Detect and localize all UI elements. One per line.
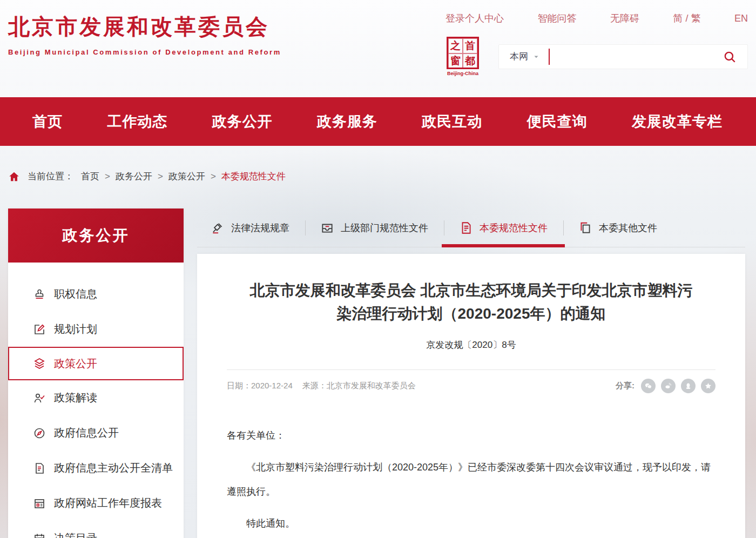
nav-item[interactable]: 发展改革专栏 [632, 112, 723, 131]
sidebar-item[interactable]: 政府信息主动公开全清单 [8, 450, 184, 486]
nav-item[interactable]: 首页 [32, 112, 63, 131]
article-title: 北京市发展和改革委员会 北京市生态环境局关于印发北京市塑料污染治理行动计划（20… [245, 279, 698, 326]
sidebar-title: 政务公开 [63, 225, 130, 246]
tab[interactable]: 上级部门规范性文件 [320, 209, 428, 247]
category-tabs: 法律法规规章 上级部门规范性文件 本委规范性文件 本委其他文件 [197, 209, 745, 247]
breadcrumb-separator: > [158, 171, 163, 182]
sidebar-item-label: 规划计划 [54, 322, 97, 337]
share-icons [641, 379, 716, 393]
tab-label: 本委其他文件 [599, 221, 657, 234]
site-header: 北京市发展和改革委员会 Beijing Municipal Commission… [0, 0, 756, 97]
gavel-icon [211, 221, 225, 235]
inbox-icon [320, 221, 334, 235]
breadcrumb-separator: > [211, 171, 216, 182]
sidebar-item[interactable]: 决策目录 [8, 521, 184, 538]
top-link[interactable]: 无障碍 [610, 12, 639, 25]
sidebar-item-label: 政策公开 [54, 357, 97, 371]
compass-icon [33, 427, 46, 440]
sidebar-item-label: 政府信息公开 [54, 426, 119, 440]
seal-char: 之 [448, 38, 463, 53]
sidebar-item[interactable]: 规划计划 [8, 312, 184, 347]
top-link[interactable]: EN [734, 13, 748, 24]
sidebar-item[interactable]: 政府信息公开 [8, 415, 184, 450]
article-source: 北京市发展和改革委员会 [327, 381, 416, 390]
source-label: 来源： [302, 381, 327, 390]
calendar-icon [33, 532, 46, 538]
home-icon[interactable] [8, 171, 20, 183]
sidebar-menu: 职权信息 规划计划 政策公开 政策解读 [8, 263, 184, 538]
star-icon[interactable] [701, 379, 716, 393]
edit-icon [33, 323, 46, 336]
breadcrumb: 当前位置： 首页>政务公开>政策公开>本委规范性文件 [8, 170, 756, 183]
seal-caption: Beijing-China [446, 71, 480, 76]
nav-item[interactable]: 政务服务 [317, 112, 377, 131]
weibo-icon[interactable] [661, 379, 676, 393]
sidebar-item-label: 政府网站工作年度报表 [54, 496, 162, 510]
sidebar-item[interactable]: 政策公开 [8, 347, 184, 380]
report-icon [33, 497, 46, 510]
tab[interactable]: 本委其他文件 [578, 209, 657, 247]
nav-item[interactable]: 便民查询 [527, 112, 588, 131]
site-title: 北京市发展和改革委员会 [8, 12, 281, 42]
sidebar-item-label: 政策解读 [54, 391, 97, 405]
tab-label: 上级部门规范性文件 [341, 221, 428, 234]
article-body: 各有关单位： 《北京市塑料污染治理行动计划（2020-2025年）》已经市委深改… [227, 423, 716, 538]
top-link[interactable]: 智能问答 [537, 12, 576, 25]
seal-char: 首 [463, 38, 477, 53]
tab[interactable]: 法律法规规章 [211, 209, 289, 247]
seal-char: 都 [463, 53, 477, 69]
article-date: 2020-12-24 [251, 381, 293, 390]
qq-icon[interactable] [681, 379, 696, 393]
top-link[interactable]: 简 / 繁 [673, 12, 700, 25]
sidebar: 政务公开 职权信息 规划计划 政策公开 [8, 209, 184, 538]
search-bar: 本网 [498, 44, 748, 69]
site-title-english: Beijing Municipal Commission of Developm… [8, 48, 281, 56]
document-icon [33, 462, 46, 475]
seal-char: 窗 [448, 53, 463, 69]
capital-window-seal-logo[interactable]: 之 首 窗 都 Beijing-China [446, 37, 480, 76]
breadcrumb-trail: 首页>政务公开>政策公开>本委规范性文件 [81, 170, 286, 183]
nav-item[interactable]: 工作动态 [107, 112, 167, 131]
sidebar-item-label: 职权信息 [54, 287, 97, 301]
search-scope-dropdown[interactable]: 本网 [510, 50, 540, 63]
layers-icon [33, 357, 46, 370]
breadcrumb-item[interactable]: 首页 [81, 170, 99, 183]
search-icon[interactable] [723, 50, 737, 64]
top-links: 登录个人中心智能问答无障碍简 / 繁EN [446, 12, 748, 25]
breadcrumb-item[interactable]: 政务公开 [116, 170, 152, 183]
sidebar-item[interactable]: 政府网站工作年度报表 [8, 486, 184, 521]
stamp-icon [33, 288, 46, 301]
breadcrumb-item[interactable]: 政策公开 [168, 170, 205, 183]
breadcrumb-prefix: 当前位置： [28, 170, 73, 183]
body-paragraph: 《北京市塑料污染治理行动计划（2020-2025年）》已经市委深改委第十四次会议… [227, 455, 716, 504]
nav-item[interactable]: 政民互动 [422, 112, 482, 131]
search-input[interactable] [550, 46, 723, 68]
sidebar-item[interactable]: 职权信息 [8, 277, 184, 312]
body-closing: 特此通知。 [227, 512, 716, 536]
breadcrumb-separator: > [105, 171, 110, 182]
person-check-icon [33, 392, 46, 405]
tab-label: 法律法规规章 [231, 221, 289, 234]
breadcrumb-item[interactable]: 本委规范性文件 [221, 170, 286, 183]
article-meta-left: 日期：2020-12-24来源：北京市发展和改革委员会 [227, 381, 416, 391]
share-label: 分享: [616, 381, 634, 391]
doc-pen-icon [459, 221, 473, 235]
copy-icon [578, 221, 592, 235]
search-scope-label: 本网 [510, 50, 528, 63]
site-logo[interactable]: 北京市发展和改革委员会 Beijing Municipal Commission… [8, 12, 281, 56]
sidebar-header: 政务公开 [8, 209, 184, 263]
sidebar-item[interactable]: 政策解读 [8, 380, 184, 415]
date-label: 日期： [227, 381, 251, 390]
top-link[interactable]: 登录个人中心 [446, 12, 504, 25]
article-meta: 日期：2020-12-24来源：北京市发展和改革委员会 分享: [227, 370, 716, 393]
sidebar-item-label: 决策目录 [54, 531, 97, 538]
tab-label: 本委规范性文件 [480, 221, 548, 234]
nav-item[interactable]: 政务公开 [212, 112, 273, 131]
body-salutation: 各有关单位： [227, 423, 716, 448]
tab[interactable]: 本委规范性文件 [459, 209, 548, 247]
document-number: 京发改规〔2020〕8号 [227, 339, 716, 351]
article-card: 北京市发展和改革委员会 北京市生态环境局关于印发北京市塑料污染治理行动计划（20… [197, 254, 745, 538]
caret-down-icon [532, 53, 540, 60]
share-bar: 分享: [616, 379, 716, 393]
wechat-icon[interactable] [641, 379, 656, 393]
